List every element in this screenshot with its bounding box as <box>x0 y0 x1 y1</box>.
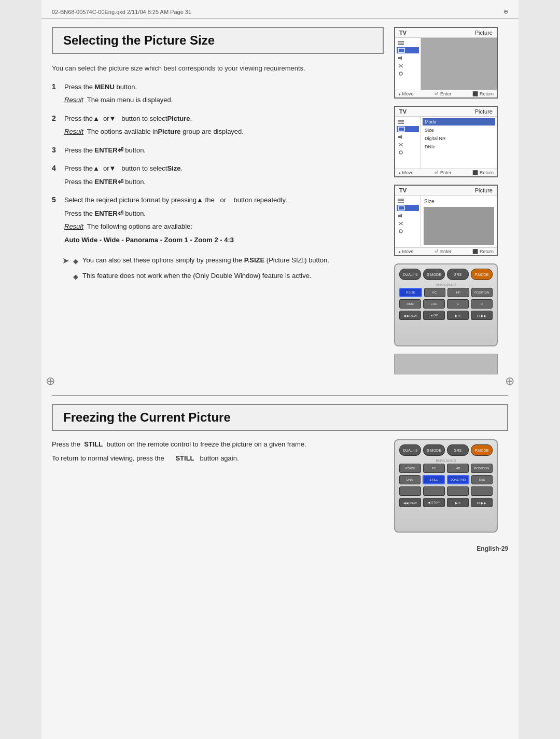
tv-screen-1: TV Picture <box>394 27 498 99</box>
rew-btn-2: ◀◀ REW <box>399 498 421 507</box>
psize-btn-2: P.SIZE <box>399 464 421 473</box>
hp-btn-2: HP <box>447 464 469 473</box>
page-footer: English-29 <box>41 540 519 557</box>
r-btn: R <box>471 299 493 309</box>
dual-ps-btn: DUAL(P/S) <box>447 475 469 484</box>
dnie-btn: DNIe <box>399 299 421 309</box>
small-2 <box>423 486 445 496</box>
srs-small-btn-2: SRS <box>471 475 493 484</box>
stop-btn: ■ STOP <box>423 498 445 507</box>
freeze-right-content: DUAL I II S MODE SRS P.MODE BN59-00412 P… <box>394 439 508 540</box>
svg-rect-10 <box>398 123 404 124</box>
remote-model-number: BN59-00412 <box>399 283 493 287</box>
position-btn: POSITION <box>471 288 493 297</box>
svg-point-23 <box>399 230 402 233</box>
s-mode-btn: S MODE <box>423 269 445 280</box>
playpause-btn: ▶/II <box>447 311 469 320</box>
srs-btn-2: SRS <box>447 444 469 456</box>
svg-rect-1 <box>398 43 404 44</box>
op-btn: ▲OP <box>423 311 445 320</box>
tv-icon <box>398 48 405 53</box>
note-arrow: ➤ ◆ You can also set these options simpl… <box>62 255 384 286</box>
tv-icon-3 <box>398 205 405 211</box>
svg-marker-4 <box>398 56 402 60</box>
tv-screen-3: TV Picture <box>394 185 498 256</box>
loc-btn: LOC <box>423 299 445 309</box>
position-btn-2: POSITION <box>471 464 493 473</box>
menu-icon-3a <box>398 198 404 203</box>
reg-mark-left: ⊕ <box>46 374 55 388</box>
dnie-btn-2: DNIe <box>399 475 421 484</box>
notes-section: ➤ ◆ You can also set these options simpl… <box>62 255 384 286</box>
svg-rect-2 <box>398 44 404 45</box>
remote-model-number-2: BN59-00412 <box>399 459 493 463</box>
srs-btn: SRS <box>447 269 469 280</box>
small-3 <box>447 486 469 496</box>
svg-point-7 <box>399 72 402 75</box>
svg-rect-8 <box>398 120 404 121</box>
step-4: 4 Press the▲ or▼ button to selectSize. P… <box>52 163 384 190</box>
p-mode-btn: P.MODE <box>471 269 493 280</box>
small-4 <box>471 486 493 496</box>
decorative-bar <box>394 354 498 374</box>
rew-btn: ◀◀ REW <box>399 311 421 320</box>
svg-marker-12 <box>398 135 402 139</box>
svg-rect-19 <box>398 206 404 210</box>
step-3: 3 Press the ENTER⏎ button. <box>52 145 384 159</box>
freeze-content: Press the STILL button on the remote con… <box>52 439 508 540</box>
x-icon-2 <box>398 142 404 147</box>
svg-rect-11 <box>398 127 404 131</box>
menu-icon-2a <box>398 119 404 124</box>
step-5: 5 Select the reqired picture format by p… <box>52 195 384 248</box>
tv-screen-2: TV Picture <box>394 106 498 177</box>
section1-intro: You can select the picture size which be… <box>52 63 384 74</box>
dual-btn-2: DUAL I II <box>399 444 421 456</box>
remote-control-1: DUAL I II S MODE SRS P.MODE BN59-00412 P… <box>394 263 498 346</box>
x-icon <box>398 63 404 68</box>
small-1 <box>399 486 421 496</box>
pc-btn-2: PC <box>423 464 445 473</box>
svg-rect-9 <box>398 121 404 122</box>
svg-point-15 <box>399 151 402 154</box>
reg-mark-right: ⊕ <box>505 374 514 388</box>
x-icon-3 <box>398 221 404 226</box>
svg-rect-0 <box>398 41 404 42</box>
psize-btn: P.SIZE <box>399 288 422 297</box>
ff-btn-2: FF ▶▶ <box>471 498 493 507</box>
settings-icon <box>398 71 404 76</box>
c-btn: C <box>447 299 469 309</box>
dual-btn: DUAL I II <box>399 269 421 280</box>
svg-rect-17 <box>398 200 404 201</box>
sound-icon-2 <box>398 134 404 140</box>
settings-icon-3 <box>398 229 404 234</box>
p-mode-btn-2: P.MODE <box>471 444 493 456</box>
ff-btn: FF ▶▶ <box>471 311 493 320</box>
tv-icon-2 <box>398 127 405 132</box>
step-2: 2 Press the▲ or▼ button to selectPicture… <box>52 114 384 140</box>
s-mode-btn-2: S MODE <box>423 444 445 456</box>
hp-btn: HP <box>447 288 469 297</box>
still-btn: STILL <box>423 475 445 484</box>
svg-marker-20 <box>398 214 402 218</box>
section2-wrapper: Freezing the Current Picture Press the S… <box>41 404 519 540</box>
right-column-screens: TV Picture <box>394 27 508 374</box>
svg-rect-16 <box>398 199 404 200</box>
step-1: 1 Press the MENU button. Result The main… <box>52 82 384 108</box>
sound-icon-3 <box>398 213 404 218</box>
section2-heading: Freezing the Current Picture <box>52 404 508 431</box>
settings-icon-2 <box>398 150 404 155</box>
svg-rect-3 <box>398 48 404 52</box>
section1-content: Selecting the Picture Size You can selec… <box>52 27 384 374</box>
svg-rect-18 <box>398 202 404 203</box>
section1-heading: Selecting the Picture Size <box>52 27 384 54</box>
pc-btn: PC <box>424 288 446 297</box>
file-path: 02-BN68-00574C-00Eng.qxd 2/11/04 8:25 AM… <box>41 5 519 19</box>
freeze-left-content: Press the STILL button on the remote con… <box>52 439 384 540</box>
menu-icon-1 <box>398 40 404 45</box>
remote-control-2: DUAL I II S MODE SRS P.MODE BN59-00412 P… <box>394 439 498 533</box>
sound-icon <box>398 55 404 61</box>
playpause-btn-2: ▶/II <box>447 498 469 507</box>
steps-list: 1 Press the MENU button. Result The main… <box>52 82 384 248</box>
